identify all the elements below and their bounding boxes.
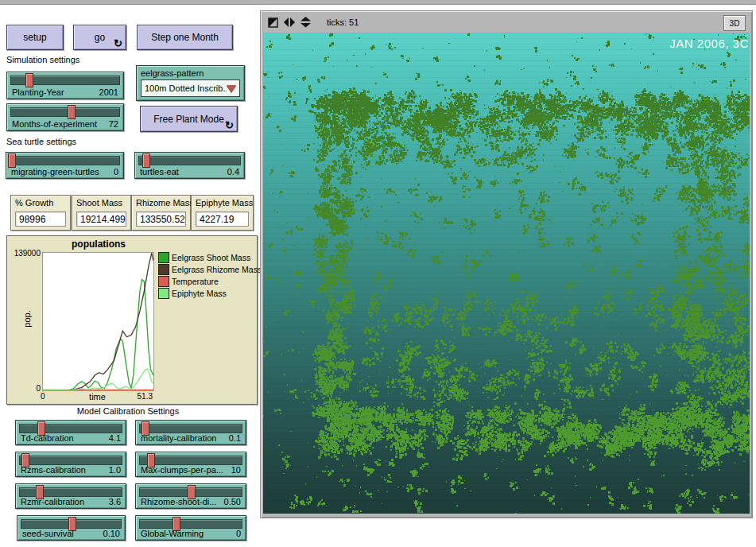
global-warming-slider[interactable]: Global-Warming 0 xyxy=(135,515,246,541)
slider-value: 2001 xyxy=(99,87,118,97)
free-plant-mode-button[interactable]: Free Plant Mode ↻ xyxy=(140,106,238,132)
monitor-label: Shoot Mass xyxy=(76,198,122,208)
chooser-dropdown[interactable]: 100m Dotted Inscrib... xyxy=(141,80,240,97)
slider-value: 0.4 xyxy=(227,167,239,177)
y-max-label: 139000 xyxy=(10,249,41,258)
legend-label: Eelgrass Rhizome Mass xyxy=(172,265,262,274)
free-plant-mode-label: Free Plant Mode xyxy=(153,114,224,125)
setup-button-label: setup xyxy=(23,32,46,43)
world-canvas[interactable] xyxy=(263,33,750,514)
slider-label: Max-clumps-per-pa... xyxy=(141,465,223,475)
populations-plot: populations 139000 0 pop. 0 time 51.3 Ee… xyxy=(6,235,258,405)
monitor-label: Rhizome Mass xyxy=(136,198,194,208)
slider-label: Months-of-experiment xyxy=(12,119,97,129)
slider-value: 72 xyxy=(109,119,118,129)
eelgrass-pattern-chooser[interactable]: eelgrass-pattern 100m Dotted Inscrib... xyxy=(136,65,245,101)
slider-track[interactable] xyxy=(10,76,120,85)
slider-track[interactable] xyxy=(10,107,120,117)
chooser-value: 100m Dotted Inscrib... xyxy=(145,83,227,93)
slider-track[interactable] xyxy=(138,156,241,165)
legend-label: Epiphyte Mass xyxy=(172,289,227,298)
td-calibration-slider[interactable]: Td-calibration 4.1 xyxy=(15,420,126,445)
slider-label: Rzmr-calibration xyxy=(21,497,84,506)
model-calibration-label: Model Calibration Settings xyxy=(0,406,256,416)
legend-item: Epiphyte Mass xyxy=(158,288,262,299)
slider-value: 3.6 xyxy=(109,497,121,506)
slider-label: Planting-Year xyxy=(12,87,64,97)
chooser-label: eelgrass-pattern xyxy=(141,68,204,78)
slider-label: Rhizome-shoot-di... xyxy=(141,497,216,506)
simulation-settings-label: Simulation settings xyxy=(6,55,79,64)
slider-handle[interactable] xyxy=(68,105,76,119)
sea-turtle-settings-label: Sea turtle settings xyxy=(6,137,76,146)
slider-value: 10 xyxy=(231,465,241,475)
slider-value: 0.10 xyxy=(103,529,120,538)
y-min-label: 0 xyxy=(26,384,41,393)
monitor-value: 98996 xyxy=(15,211,66,227)
date-temperature-overlay: JAN 2006, 3C xyxy=(670,37,749,50)
step-one-month-button[interactable]: Step one Month xyxy=(137,25,233,50)
slider-label: Global-Warming xyxy=(141,529,204,538)
seed-survival-slider[interactable]: seed-survival 0.10 xyxy=(17,515,126,541)
view-3d-button[interactable]: 3D xyxy=(723,15,746,31)
slider-track[interactable] xyxy=(19,424,122,433)
chevron-down-icon xyxy=(227,85,236,92)
legend-item: Eelgrass Rhizome Mass xyxy=(158,264,262,275)
shoot-mass-monitor: Shoot Mass 19214.499 xyxy=(72,195,131,231)
window-top-strip xyxy=(0,0,756,5)
slider-value: 4.1 xyxy=(109,433,121,443)
rhizome-shoot-slider[interactable]: Rhizome-shoot-di... 0.50 xyxy=(135,483,246,509)
rzms-calibration-slider[interactable]: Rzms-calibration 1.0 xyxy=(15,452,126,477)
slider-value: 0.50 xyxy=(224,497,241,506)
view-speed-icon[interactable] xyxy=(268,17,278,28)
slider-label: migrating-green-turtles xyxy=(11,167,99,177)
slider-handle[interactable] xyxy=(142,153,150,168)
slider-label: seed-survival xyxy=(22,529,74,538)
setup-button[interactable]: setup xyxy=(6,25,64,50)
y-axis-label: pop. xyxy=(22,310,32,327)
legend-label: Temperature xyxy=(172,277,219,286)
slider-value: 0 xyxy=(114,167,118,177)
slider-track[interactable] xyxy=(19,487,122,497)
slider-handle[interactable] xyxy=(25,73,33,87)
slider-label: Td-calibration xyxy=(21,433,74,443)
monitor-value: 133550.52 xyxy=(136,211,186,227)
plot-area xyxy=(42,252,154,391)
slider-track[interactable] xyxy=(139,487,242,497)
plot-legend: Eelgrass Shoot Mass Eelgrass Rhizome Mas… xyxy=(158,252,262,300)
slider-track[interactable] xyxy=(10,156,120,165)
slider-label: turtles-eat xyxy=(140,167,179,177)
view-toolbar: ticks: 51 3D xyxy=(262,13,750,32)
slider-track[interactable] xyxy=(139,424,242,433)
slider-track[interactable] xyxy=(139,456,242,465)
planting-year-slider[interactable]: Planting-Year 2001 xyxy=(6,72,124,99)
slider-track[interactable] xyxy=(21,519,122,529)
forever-icon: ↻ xyxy=(114,38,122,48)
migrating-green-turtles-slider[interactable]: migrating-green-turtles 0 xyxy=(6,152,124,179)
view-vertical-resize-icon[interactable] xyxy=(300,17,311,28)
slider-label: Rzms-calibration xyxy=(21,465,86,475)
legend-swatch-epiphyte xyxy=(158,288,169,299)
slider-track[interactable] xyxy=(139,519,242,529)
legend-item: Eelgrass Shoot Mass xyxy=(158,252,262,263)
plot-title: populations xyxy=(23,239,174,250)
slider-handle[interactable] xyxy=(8,153,16,168)
rhizome-mass-monitor: Rhizome Mass 133550.52 xyxy=(131,195,191,231)
legend-swatch-temperature xyxy=(158,276,169,287)
monitor-value: 19214.499 xyxy=(76,211,126,227)
months-of-experiment-slider[interactable]: Months-of-experiment 72 xyxy=(6,103,124,131)
go-button[interactable]: go ↻ xyxy=(73,25,126,50)
legend-item: Temperature xyxy=(158,276,262,287)
rzmr-calibration-slider[interactable]: Rzmr-calibration 3.6 xyxy=(15,483,126,509)
slider-value: 1.0 xyxy=(109,465,121,475)
turtles-eat-slider[interactable]: turtles-eat 0.4 xyxy=(134,152,245,179)
slider-track[interactable] xyxy=(19,456,122,465)
world-view[interactable]: JAN 2006, 3C xyxy=(263,33,750,514)
go-button-label: go xyxy=(95,32,105,43)
view-horizontal-resize-icon[interactable] xyxy=(284,17,295,27)
view-3d-label: 3D xyxy=(730,19,740,28)
mortality-calibration-slider[interactable]: mortality-calibration 0.1 xyxy=(135,420,246,445)
max-clumps-slider[interactable]: Max-clumps-per-pa... 10 xyxy=(135,452,246,477)
plot-lines xyxy=(43,253,153,390)
step-one-month-label: Step one Month xyxy=(151,32,219,43)
